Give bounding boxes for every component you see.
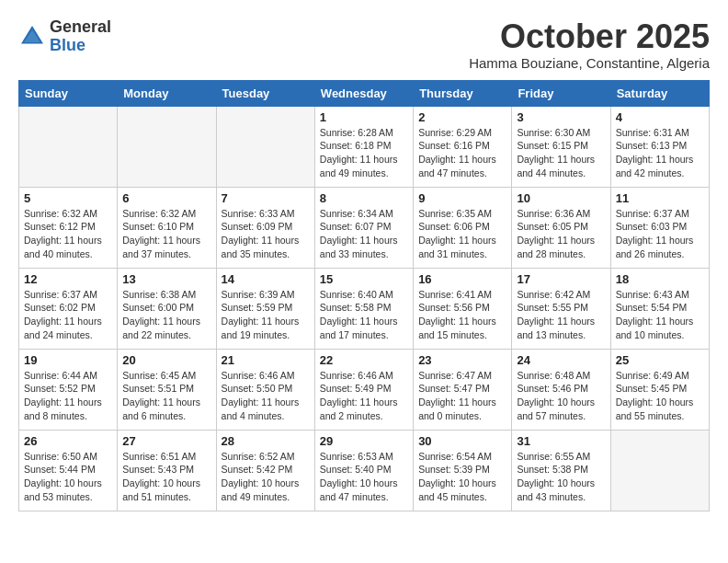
day-info: Sunrise: 6:43 AM Sunset: 5:54 PM Dayligh…: [616, 288, 704, 342]
day-info: Sunrise: 6:42 AM Sunset: 5:55 PM Dayligh…: [517, 288, 605, 342]
calendar-cell: 8Sunrise: 6:34 AM Sunset: 6:07 PM Daylig…: [314, 187, 413, 268]
calendar-cell: 11Sunrise: 6:37 AM Sunset: 6:03 PM Dayli…: [610, 187, 709, 268]
day-number: 9: [418, 191, 506, 205]
day-info: Sunrise: 6:47 AM Sunset: 5:47 PM Dayligh…: [418, 369, 506, 423]
weekday-header-thursday: Thursday: [414, 80, 512, 106]
calendar-cell: 1Sunrise: 6:28 AM Sunset: 6:18 PM Daylig…: [314, 106, 413, 187]
day-info: Sunrise: 6:32 AM Sunset: 6:10 PM Dayligh…: [122, 207, 210, 261]
day-info: Sunrise: 6:29 AM Sunset: 6:16 PM Dayligh…: [418, 126, 506, 180]
day-info: Sunrise: 6:37 AM Sunset: 6:03 PM Dayligh…: [616, 207, 704, 261]
calendar-cell: 6Sunrise: 6:32 AM Sunset: 6:10 PM Daylig…: [118, 187, 216, 268]
day-number: 21: [222, 353, 310, 367]
day-info: Sunrise: 6:49 AM Sunset: 5:45 PM Dayligh…: [616, 369, 704, 423]
day-number: 4: [616, 110, 704, 124]
day-info: Sunrise: 6:54 AM Sunset: 5:39 PM Dayligh…: [418, 450, 506, 504]
day-info: Sunrise: 6:40 AM Sunset: 5:58 PM Dayligh…: [320, 288, 408, 342]
calendar-cell: 29Sunrise: 6:53 AM Sunset: 5:40 PM Dayli…: [314, 430, 413, 511]
day-number: 24: [517, 353, 605, 367]
day-info: Sunrise: 6:51 AM Sunset: 5:43 PM Dayligh…: [122, 450, 210, 504]
calendar-table: SundayMondayTuesdayWednesdayThursdayFrid…: [18, 80, 710, 511]
calendar-cell: 7Sunrise: 6:33 AM Sunset: 6:09 PM Daylig…: [216, 187, 314, 268]
day-info: Sunrise: 6:39 AM Sunset: 5:59 PM Dayligh…: [222, 288, 310, 342]
day-info: Sunrise: 6:50 AM Sunset: 5:44 PM Dayligh…: [24, 450, 112, 504]
day-info: Sunrise: 6:35 AM Sunset: 6:06 PM Dayligh…: [418, 207, 506, 261]
calendar-cell: 19Sunrise: 6:44 AM Sunset: 5:52 PM Dayli…: [19, 349, 118, 430]
day-info: Sunrise: 6:55 AM Sunset: 5:38 PM Dayligh…: [517, 450, 605, 504]
day-info: Sunrise: 6:33 AM Sunset: 6:09 PM Dayligh…: [222, 207, 310, 261]
day-info: Sunrise: 6:48 AM Sunset: 5:46 PM Dayligh…: [517, 369, 605, 423]
page-header: General Blue October 2025 Hamma Bouziane…: [18, 18, 710, 71]
calendar-week-row: 5Sunrise: 6:32 AM Sunset: 6:12 PM Daylig…: [19, 187, 710, 268]
calendar-cell: 5Sunrise: 6:32 AM Sunset: 6:12 PM Daylig…: [19, 187, 118, 268]
day-number: 12: [24, 272, 112, 286]
location-title: Hamma Bouziane, Constantine, Algeria: [469, 55, 710, 71]
day-info: Sunrise: 6:30 AM Sunset: 6:15 PM Dayligh…: [517, 126, 605, 180]
day-info: Sunrise: 6:38 AM Sunset: 6:00 PM Dayligh…: [122, 288, 210, 342]
day-info: Sunrise: 6:46 AM Sunset: 5:50 PM Dayligh…: [222, 369, 310, 423]
day-number: 14: [222, 272, 310, 286]
calendar-cell: 2Sunrise: 6:29 AM Sunset: 6:16 PM Daylig…: [414, 106, 512, 187]
calendar-cell: [118, 106, 216, 187]
calendar-cell: 14Sunrise: 6:39 AM Sunset: 5:59 PM Dayli…: [216, 268, 314, 349]
day-number: 22: [320, 353, 408, 367]
calendar-cell: 15Sunrise: 6:40 AM Sunset: 5:58 PM Dayli…: [314, 268, 413, 349]
day-number: 26: [24, 434, 112, 448]
day-info: Sunrise: 6:28 AM Sunset: 6:18 PM Dayligh…: [320, 126, 408, 180]
day-number: 16: [418, 272, 506, 286]
day-info: Sunrise: 6:53 AM Sunset: 5:40 PM Dayligh…: [320, 450, 408, 504]
calendar-cell: [610, 430, 709, 511]
logo-icon: [18, 23, 46, 51]
day-number: 20: [122, 353, 210, 367]
calendar-cell: 3Sunrise: 6:30 AM Sunset: 6:15 PM Daylig…: [512, 106, 610, 187]
calendar-cell: 26Sunrise: 6:50 AM Sunset: 5:44 PM Dayli…: [19, 430, 118, 511]
day-number: 13: [122, 272, 210, 286]
weekday-header-friday: Friday: [512, 80, 610, 106]
day-number: 25: [616, 353, 704, 367]
day-info: Sunrise: 6:41 AM Sunset: 5:56 PM Dayligh…: [418, 288, 506, 342]
day-number: 1: [320, 110, 408, 124]
day-number: 23: [418, 353, 506, 367]
day-info: Sunrise: 6:36 AM Sunset: 6:05 PM Dayligh…: [517, 207, 605, 261]
day-number: 5: [24, 191, 112, 205]
day-number: 8: [320, 191, 408, 205]
calendar-cell: 25Sunrise: 6:49 AM Sunset: 5:45 PM Dayli…: [610, 349, 709, 430]
calendar-cell: 20Sunrise: 6:45 AM Sunset: 5:51 PM Dayli…: [118, 349, 216, 430]
day-number: 28: [222, 434, 310, 448]
day-info: Sunrise: 6:44 AM Sunset: 5:52 PM Dayligh…: [24, 369, 112, 423]
day-info: Sunrise: 6:31 AM Sunset: 6:13 PM Dayligh…: [616, 126, 704, 180]
calendar-week-row: 12Sunrise: 6:37 AM Sunset: 6:02 PM Dayli…: [19, 268, 710, 349]
calendar-cell: 30Sunrise: 6:54 AM Sunset: 5:39 PM Dayli…: [414, 430, 512, 511]
day-number: 17: [517, 272, 605, 286]
day-number: 7: [222, 191, 310, 205]
calendar-cell: 24Sunrise: 6:48 AM Sunset: 5:46 PM Dayli…: [512, 349, 610, 430]
day-number: 3: [517, 110, 605, 124]
day-number: 29: [320, 434, 408, 448]
day-info: Sunrise: 6:32 AM Sunset: 6:12 PM Dayligh…: [24, 207, 112, 261]
title-block: October 2025 Hamma Bouziane, Constantine…: [469, 18, 710, 71]
calendar-cell: 23Sunrise: 6:47 AM Sunset: 5:47 PM Dayli…: [414, 349, 512, 430]
day-number: 11: [616, 191, 704, 205]
day-number: 19: [24, 353, 112, 367]
logo-general-text: General: [50, 18, 111, 37]
day-number: 31: [517, 434, 605, 448]
day-info: Sunrise: 6:45 AM Sunset: 5:51 PM Dayligh…: [122, 369, 210, 423]
calendar-week-row: 1Sunrise: 6:28 AM Sunset: 6:18 PM Daylig…: [19, 106, 710, 187]
day-number: 30: [418, 434, 506, 448]
calendar-cell: 18Sunrise: 6:43 AM Sunset: 5:54 PM Dayli…: [610, 268, 709, 349]
weekday-header-tuesday: Tuesday: [216, 80, 314, 106]
calendar-cell: 9Sunrise: 6:35 AM Sunset: 6:06 PM Daylig…: [414, 187, 512, 268]
day-number: 10: [517, 191, 605, 205]
calendar-cell: [216, 106, 314, 187]
calendar-cell: 22Sunrise: 6:46 AM Sunset: 5:49 PM Dayli…: [314, 349, 413, 430]
day-number: 2: [418, 110, 506, 124]
calendar-cell: 28Sunrise: 6:52 AM Sunset: 5:42 PM Dayli…: [216, 430, 314, 511]
calendar-cell: 21Sunrise: 6:46 AM Sunset: 5:50 PM Dayli…: [216, 349, 314, 430]
weekday-header-monday: Monday: [118, 80, 216, 106]
logo-blue-text: Blue: [50, 37, 111, 55]
calendar-cell: 12Sunrise: 6:37 AM Sunset: 6:02 PM Dayli…: [19, 268, 118, 349]
calendar-cell: 17Sunrise: 6:42 AM Sunset: 5:55 PM Dayli…: [512, 268, 610, 349]
day-number: 27: [122, 434, 210, 448]
calendar-cell: 27Sunrise: 6:51 AM Sunset: 5:43 PM Dayli…: [118, 430, 216, 511]
calendar-week-row: 19Sunrise: 6:44 AM Sunset: 5:52 PM Dayli…: [19, 349, 710, 430]
calendar-cell: 10Sunrise: 6:36 AM Sunset: 6:05 PM Dayli…: [512, 187, 610, 268]
